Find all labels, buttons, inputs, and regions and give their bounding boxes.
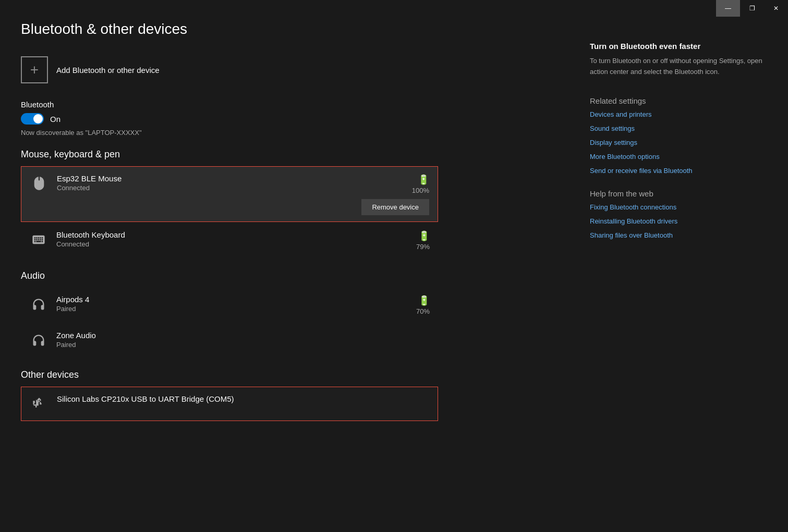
link-reinstalling-drivers[interactable]: Reinstalling Bluetooth drivers	[590, 217, 767, 225]
bluetooth-toggle[interactable]	[21, 113, 44, 125]
audio-heading: Audio	[21, 270, 438, 281]
titlebar: — ❐ ✕	[716, 0, 788, 17]
device-info-esp32: Esp32 BLE Mouse Connected	[57, 174, 404, 192]
toggle-text: On	[50, 115, 60, 123]
restore-button[interactable]: ❐	[740, 0, 764, 17]
help-from-web-heading: Help from the web	[590, 189, 767, 198]
battery-icon-airpods: 🔋	[418, 295, 430, 306]
device-item-airpods[interactable]: Airpods 4 Paired 🔋 70%	[21, 288, 438, 323]
device-name-silicon-labs: Silicon Labs CP210x USB to UART Bridge (…	[57, 394, 429, 403]
battery-icon-keyboard: 🔋	[418, 230, 430, 242]
tip-box: Turn on Bluetooth even faster To turn Bl…	[590, 42, 767, 78]
keyboard-icon	[29, 230, 48, 249]
device-battery-airpods: 🔋 70%	[416, 295, 430, 315]
toggle-knob	[33, 114, 43, 123]
minimize-button[interactable]: —	[716, 0, 740, 17]
link-more-bluetooth-options[interactable]: More Bluetooth options	[590, 153, 767, 160]
device-battery-esp32: 🔋 100%	[412, 174, 429, 194]
headphones-icon-zone	[29, 331, 48, 350]
add-device-button[interactable]: + Add Bluetooth or other device	[21, 56, 438, 83]
device-info-airpods: Airpods 4 Paired	[56, 295, 408, 313]
page-title: Bluetooth & other devices	[21, 21, 438, 38]
device-info-silicon-labs: Silicon Labs CP210x USB to UART Bridge (…	[57, 394, 429, 404]
add-icon: +	[21, 56, 48, 83]
battery-pct-keyboard: 79%	[416, 243, 430, 251]
add-device-label: Add Bluetooth or other device	[56, 66, 160, 75]
link-sharing-files-bluetooth[interactable]: Sharing files over Bluetooth	[590, 231, 767, 239]
battery-icon-esp32: 🔋	[418, 174, 429, 185]
link-devices-printers[interactable]: Devices and printers	[590, 110, 767, 118]
other-devices-section: Other devices Silicon Labs CP210x USB to…	[21, 369, 438, 421]
device-name-airpods: Airpods 4	[56, 295, 408, 304]
bluetooth-label: Bluetooth	[21, 100, 438, 109]
mouse-keyboard-heading: Mouse, keyboard & pen	[21, 149, 438, 160]
close-button[interactable]: ✕	[764, 0, 788, 17]
link-fixing-bluetooth[interactable]: Fixing Bluetooth connections	[590, 203, 767, 211]
bluetooth-section: Bluetooth On Now discoverable as "LAPTOP…	[21, 100, 438, 137]
main-content: Bluetooth & other devices + Add Bluetoot…	[0, 0, 469, 443]
related-settings-section: Related settings Devices and printers So…	[590, 96, 767, 175]
right-panel: Turn on Bluetooth even faster To turn Bl…	[590, 42, 767, 245]
link-display-settings[interactable]: Display settings	[590, 139, 767, 146]
device-info-keyboard: Bluetooth Keyboard Connected	[56, 230, 408, 248]
remove-device-button[interactable]: Remove device	[361, 199, 429, 215]
audio-section: Audio Airpods 4 Paired 🔋 70%	[21, 270, 438, 357]
tip-title: Turn on Bluetooth even faster	[590, 42, 767, 51]
device-name-zone-audio: Zone Audio	[56, 331, 430, 340]
device-info-zone-audio: Zone Audio Paired	[56, 331, 430, 349]
bluetooth-toggle-row: On	[21, 113, 438, 125]
device-status-esp32: Connected	[57, 184, 404, 192]
device-name-esp32: Esp32 BLE Mouse	[57, 174, 404, 183]
device-battery-keyboard: 🔋 79%	[416, 230, 430, 251]
device-status-zone-audio: Paired	[56, 341, 430, 349]
device-item-silicon-labs[interactable]: Silicon Labs CP210x USB to UART Bridge (…	[21, 387, 438, 421]
device-status-keyboard: Connected	[56, 240, 408, 248]
device-name-keyboard: Bluetooth Keyboard	[56, 230, 408, 239]
battery-pct-airpods: 70%	[416, 307, 430, 315]
link-sound-settings[interactable]: Sound settings	[590, 125, 767, 132]
discoverable-text: Now discoverable as "LAPTOP-XXXXX"	[21, 129, 438, 137]
device-item-keyboard[interactable]: Bluetooth Keyboard Connected 🔋 79%	[21, 223, 438, 258]
mouse-icon	[30, 174, 49, 193]
usb-icon	[30, 394, 49, 413]
tip-description: To turn Bluetooth on or off without open…	[590, 56, 767, 78]
mouse-keyboard-pen-section: Mouse, keyboard & pen Esp32 BLE Mouse Co…	[21, 149, 438, 258]
device-item-esp32-mouse[interactable]: Esp32 BLE Mouse Connected 🔋 100% Remove …	[21, 166, 438, 222]
device-status-airpods: Paired	[56, 305, 408, 313]
device-item-zone-audio[interactable]: Zone Audio Paired	[21, 324, 438, 357]
headphones-icon-airpods	[29, 295, 48, 314]
help-from-web-section: Help from the web Fixing Bluetooth conne…	[590, 189, 767, 239]
other-devices-heading: Other devices	[21, 369, 438, 380]
battery-pct-esp32: 100%	[412, 187, 429, 194]
related-settings-heading: Related settings	[590, 96, 767, 105]
link-send-receive-bluetooth[interactable]: Send or receive files via Bluetooth	[590, 167, 767, 175]
